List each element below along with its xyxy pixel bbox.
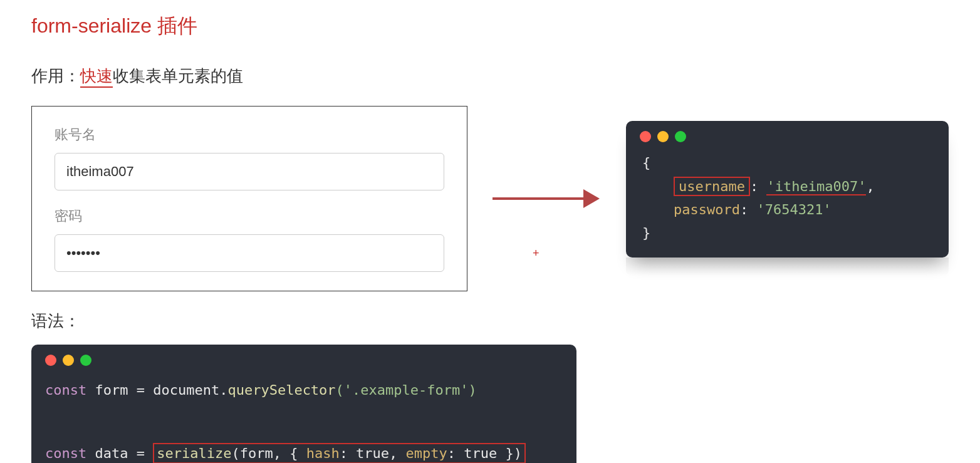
var-data: data = [86, 445, 153, 461]
form-example: 账号名 itheima007 密码 ••••••• [31, 106, 467, 291]
sep1: : true, [340, 445, 406, 461]
password-key: password [674, 202, 740, 217]
minimize-dot-icon [63, 355, 74, 366]
maximize-dot-icon [675, 131, 686, 142]
serialize-highlight: serialize(form, { hash: true, empty: tru… [153, 443, 526, 463]
args-selector: ('.example-form') [336, 382, 477, 398]
syntax-code-block: const form = document.querySelector('.ex… [31, 345, 576, 463]
obj-document: document [153, 382, 219, 398]
brace-close: } [642, 221, 935, 244]
window-dots [45, 355, 563, 366]
password-value: '7654321' [756, 202, 831, 217]
username-key: username [674, 177, 750, 196]
close-dot-icon [640, 131, 651, 142]
var-form: form = [86, 382, 153, 398]
username-label: 账号名 [55, 125, 444, 144]
kw-const: const [45, 445, 86, 461]
window-dots [640, 131, 935, 142]
brace-open: { [642, 151, 935, 174]
example-row: 账号名 itheima007 密码 ••••••• + { username: … [31, 106, 949, 291]
page-title: form-serialize 插件 [31, 13, 949, 40]
result-line-username: username: 'itheima007', [642, 175, 935, 198]
code-line-2: const data = serialize(form, { hash: tru… [45, 438, 563, 463]
desc-suffix: 收集表单元素的值 [113, 66, 243, 85]
password-label: 密码 [55, 207, 444, 226]
code-line-1: const form = document.querySelector('.ex… [45, 375, 563, 407]
syntax-label: 语法： [31, 310, 949, 332]
desc-highlight: 快速 [80, 66, 113, 88]
opt-empty: empty [406, 445, 447, 461]
description: 作用：快速收集表单元素的值 [31, 65, 949, 87]
result-code-block: { username: 'itheima007', password: '765… [626, 121, 949, 258]
plus-marker: + [533, 247, 540, 260]
username-value: 'itheima007' [766, 179, 866, 195]
reflection-shadow [626, 258, 949, 276]
fn-serialize: serialize [157, 445, 231, 461]
opt-hash: hash [306, 445, 340, 461]
password-field[interactable]: ••••••• [55, 234, 444, 272]
args-open: (form, { [231, 445, 306, 461]
result-wrap: { username: 'itheima007', password: '765… [626, 121, 949, 276]
close-dot-icon [45, 355, 56, 366]
dot: . [219, 382, 227, 398]
fn-queryselector: querySelector [227, 382, 335, 398]
minimize-dot-icon [657, 131, 669, 142]
username-field[interactable]: itheima007 [55, 153, 444, 190]
kw-const: const [45, 382, 86, 398]
maximize-dot-icon [80, 355, 91, 366]
arrow-icon [493, 180, 601, 217]
code-line-blank [45, 407, 563, 439]
args-close: : true }) [447, 445, 522, 461]
result-line-password: password: '7654321' [642, 198, 935, 221]
desc-prefix: 作用： [31, 66, 80, 85]
